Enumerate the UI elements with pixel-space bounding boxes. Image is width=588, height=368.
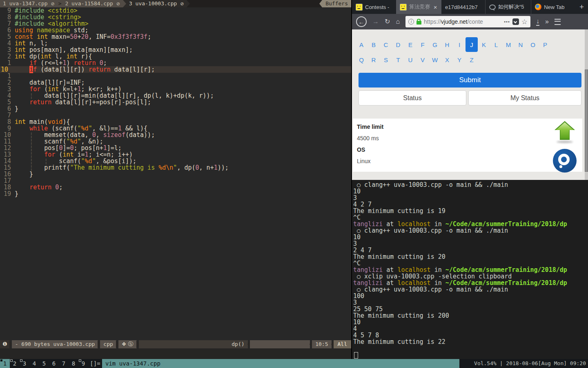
tab-separator-icon [123, 0, 126, 7]
workspace-tag-7[interactable]: 7 [59, 359, 69, 368]
code-line: 1 if (r<=l+1) return 0; [0, 60, 351, 66]
overflow-chevron-icon[interactable]: » [545, 18, 549, 25]
problem-letter-Y[interactable]: Y [453, 52, 466, 67]
time-limit-value: 4500 ms [357, 135, 582, 146]
problem-letter-F[interactable]: F [416, 37, 429, 52]
workspace-tag-9[interactable]: 9 [78, 359, 88, 368]
problem-letter-V[interactable]: V [416, 52, 429, 67]
problem-letter-P[interactable]: P [539, 37, 551, 52]
browser-window: Contests - 算法竞赛 × e17d84412b7 如何解决“5 New… [352, 0, 588, 180]
browser-nav-bar: ← → ↻ ⌂ i https://vjudge.net/conte ••• ☆… [352, 14, 588, 29]
problem-letter-W[interactable]: W [429, 52, 441, 67]
problem-letter-A[interactable]: A [355, 37, 368, 52]
browser-tab-active[interactable]: 算法竞赛 × [396, 0, 441, 14]
problem-letter-X[interactable]: X [441, 52, 453, 67]
url-path: /conte [468, 18, 483, 25]
browser-tab-newtab[interactable]: New Tab [531, 0, 575, 14]
focused-window-title: vim uva-1347.cpp [102, 359, 459, 368]
code-line: 7#include <algorithm> [0, 20, 351, 27]
problem-letter-I[interactable]: I [453, 37, 466, 52]
layout-indicator[interactable]: []= [88, 359, 102, 368]
problem-letter-O[interactable]: O [527, 37, 539, 52]
workspace-tag-3[interactable]: 3 [20, 359, 29, 368]
browser-tab-search[interactable]: 如何解决“5 [485, 0, 531, 14]
vim-buffer-tab-uva-10003.cpp[interactable]: 3 uva-10003.cpp ⊘ [126, 0, 187, 7]
problem-letter-T[interactable]: T [392, 52, 404, 67]
back-to-top-icon[interactable] [555, 121, 575, 142]
problem-letter-N[interactable]: N [514, 37, 527, 52]
workspace-tag-5[interactable]: 5 [39, 359, 49, 368]
url-text: https://vjudge.net/conte [424, 18, 501, 25]
vjudge-favicon-icon [356, 4, 363, 11]
workspace-tag-4[interactable]: 4 [29, 359, 39, 368]
problem-letter-B[interactable]: B [368, 37, 380, 52]
problem-letter-S[interactable]: S [380, 52, 392, 67]
line-number: 10 [0, 66, 15, 73]
menu-hamburger-icon[interactable] [555, 19, 561, 25]
terminal-line: ^C [353, 260, 588, 267]
home-button[interactable]: ⌂ [396, 18, 400, 25]
vim-buffer-tab-uva-1347.cpp[interactable]: 1 uva-1347.cpp ⊘ [0, 0, 58, 7]
my-status-button[interactable]: My Status [468, 90, 581, 105]
line-number: 8 [0, 14, 15, 20]
problem-letter-E[interactable]: E [404, 37, 416, 52]
code-line: 17 [0, 177, 351, 184]
bookmark-star-icon[interactable]: ☆ [521, 18, 528, 26]
line-number: 7 [0, 112, 15, 119]
new-tab-button[interactable]: + [575, 0, 588, 14]
time-limit-label: Time limit [357, 123, 582, 135]
code-line: 4 ¦ data[l][r]=min(data[l][r], dp(l, k)+… [0, 92, 351, 99]
problem-letter-D[interactable]: D [392, 37, 404, 52]
submit-button[interactable]: Submit [359, 73, 581, 88]
page-actions-icon[interactable]: ••• [504, 19, 510, 24]
page-scrollbar[interactable] [585, 29, 588, 180]
dwm-status-bar: 123456789 []= vim uva-1347.cpp Vol.54% |… [0, 359, 588, 368]
problem-letter-G[interactable]: G [429, 37, 441, 52]
vim-command-line [0, 348, 351, 359]
reload-button[interactable]: ↻ [385, 18, 390, 25]
forward-button[interactable]: → [372, 18, 379, 25]
workspace-tag-6[interactable]: 6 [49, 359, 59, 368]
terminal-line: The minimum cutting is 200 [353, 312, 588, 319]
url-bar[interactable]: i https://vjudge.net/conte ••• ☆ [405, 16, 530, 27]
problem-letter-Z[interactable]: Z [466, 52, 478, 67]
green-arrow-icon [555, 121, 575, 140]
problem-letter-H[interactable]: H [441, 37, 453, 52]
browser-tab-hash[interactable]: e17d84412b7 [441, 0, 485, 14]
workspace-tag-1[interactable]: 1 [0, 359, 10, 368]
file-info: - 690 bytes uva-10003.cpp [12, 340, 98, 348]
code-area[interactable]: 9#include <cstdio> 8#include <cstring> 7… [0, 7, 351, 236]
code-line: 3 for (int k=l+1; k<r; k++) [0, 86, 351, 92]
problem-letter-U[interactable]: U [404, 52, 416, 67]
pocket-icon[interactable] [512, 18, 519, 25]
scrollbar-thumb[interactable] [585, 70, 588, 172]
code-line: 14 ¦ ¦ scanf("%d", &pos[i]); [0, 158, 351, 164]
terminal-line: 4 5 7 8 [353, 332, 588, 339]
problem-letter-M[interactable]: M [502, 37, 514, 52]
tag-indicator-icon [20, 359, 22, 362]
vim-buffer-tab-uva-11584.cpp[interactable]: 2 uva-11584.cpp ⊘ [62, 0, 122, 7]
back-button[interactable]: ← [356, 16, 367, 27]
problem-letter-R[interactable]: R [368, 52, 380, 67]
line-number: 5 [0, 34, 15, 40]
code-line: 16 } [0, 171, 351, 177]
problem-letter-C[interactable]: C [380, 37, 392, 52]
page-info-icon[interactable]: i [408, 19, 414, 25]
tab-close-icon[interactable]: × [434, 4, 437, 11]
customer-service-icon[interactable] [553, 149, 577, 173]
downloads-button[interactable]: ↓ [536, 18, 539, 26]
status-button[interactable]: Status [359, 90, 466, 105]
tag-indicator-icon [0, 359, 2, 361]
line-number: 1 [0, 60, 15, 66]
problem-letter-J[interactable]: J [466, 37, 478, 52]
statusline-center: dp() [139, 340, 248, 348]
problem-letter-Q[interactable]: Q [355, 52, 368, 67]
browser-tab-contests[interactable]: Contests - [352, 0, 396, 14]
code-line: 6using namespace std; [0, 27, 351, 34]
problem-letter-L[interactable]: L [490, 37, 502, 52]
line-number: 14 [0, 158, 15, 164]
terminal-line: 4 [353, 325, 588, 332]
workspace-tag-2[interactable]: 2 [10, 359, 20, 368]
workspace-tag-8[interactable]: 8 [69, 359, 78, 368]
problem-letter-K[interactable]: K [478, 37, 490, 52]
